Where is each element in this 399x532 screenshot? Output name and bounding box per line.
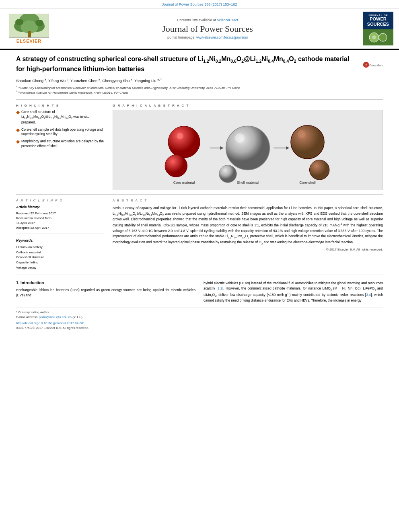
abstract-text: Serious decay of capacity and voltage fo… xyxy=(113,205,383,245)
graphical-abstract-svg: Core material Shell material Core-shell xyxy=(113,110,383,190)
svg-text:Shell material: Shell material xyxy=(237,181,259,185)
svg-point-15 xyxy=(177,133,183,140)
crossmark-badge[interactable]: ✕ CrossMark CrossMark xyxy=(363,55,383,75)
keyword-4: Capacity fading xyxy=(16,260,105,265)
keyword-2: Cathode material xyxy=(16,250,105,255)
doi-link[interactable]: http://dx.doi.org/10.1016/j.jpowsour.201… xyxy=(16,321,85,325)
article-info-label: A R T I C L E I N F O xyxy=(16,199,105,202)
svg-point-16 xyxy=(165,155,187,177)
bullet-1: ◆ xyxy=(16,110,20,115)
homepage-line: journal homepage: www.elsevier.com/locat… xyxy=(56,35,359,39)
svg-point-9 xyxy=(379,33,387,41)
accepted-date: Accepted 22 April 2017 xyxy=(16,226,105,230)
svg-point-20 xyxy=(291,125,324,159)
journal-header: ELSEVIER Contents lists available at Sci… xyxy=(0,8,399,50)
svg-point-14 xyxy=(168,126,200,158)
power-sources-green xyxy=(363,29,393,45)
revised-date: 11 April 2017 xyxy=(16,221,105,226)
footnote-area: * Corresponding author. E-mail address: … xyxy=(16,308,383,330)
intro-heading: 1. Introduction xyxy=(16,281,195,285)
elsevier-tree-svg xyxy=(9,14,49,38)
highlights-col: H I G H L I G H T S ◆ Core-shell structu… xyxy=(16,104,105,190)
history-title: Article history: xyxy=(16,205,105,210)
email-link[interactable]: ynliu@mail.xjtu.edu.cn xyxy=(39,315,72,319)
svg-point-6 xyxy=(15,19,23,25)
keyword-1: Lithium-ion battery xyxy=(16,245,105,250)
issn-line: 0378-7753/© 2017 Elsevier B.V. All right… xyxy=(16,326,383,330)
crossmark-icon: ✕ CrossMark xyxy=(363,56,369,74)
article-info-col: A R T I C L E I N F O Article history: R… xyxy=(16,199,105,270)
main-content: A strategy of constructing spherical cor… xyxy=(0,50,399,334)
highlights-graphical-section: H I G H L I G H T S ◆ Core-shell structu… xyxy=(16,99,383,190)
svg-rect-5 xyxy=(28,31,31,37)
keyword-5: Voltage decay xyxy=(16,265,105,271)
bullet-2: ◆ xyxy=(16,127,20,132)
svg-point-17 xyxy=(226,126,270,170)
article-title: A strategy of constructing spherical cor… xyxy=(16,55,383,74)
intro-left-text: Rechargeable lithium-ion batteries (LIBs… xyxy=(16,288,195,298)
elsevier-logo: ELSEVIER xyxy=(5,14,53,43)
copyright-line: © 2017 Elsevier B.V. All rights reserved… xyxy=(113,248,383,251)
graphical-abstract-label: G R A P H I C A L A B S T R A C T xyxy=(113,104,383,107)
keywords-section: Keywords: Lithium-ion battery Cathode ma… xyxy=(16,238,105,271)
svg-point-21 xyxy=(298,130,306,138)
journal-ref-text: Journal of Power Sources 356 (2017) 153–… xyxy=(162,2,237,6)
svg-text:Core material: Core material xyxy=(173,181,195,185)
received-date: Received 22 February 2017 xyxy=(16,211,105,216)
graphical-abstract-col: G R A P H I C A L A B S T R A C T xyxy=(113,104,383,190)
highlights-label: H I G H L I G H T S xyxy=(16,104,105,107)
bullet-3: ◆ xyxy=(16,139,20,144)
elsevier-tree-graphic xyxy=(9,14,49,38)
title-area: A strategy of constructing spherical cor… xyxy=(16,55,383,74)
ref-1[interactable]: 1,2 xyxy=(218,286,222,290)
sciencedirect-link[interactable]: ScienceDirect xyxy=(217,18,238,22)
svg-text:✕: ✕ xyxy=(365,64,367,66)
corresponding-note: * Corresponding author. xyxy=(16,310,383,314)
intro-right-col: hybrid electric vehicles (HEVs) instead … xyxy=(204,281,383,304)
power-sources-logo: JOURNAL OF POWERSOURCES xyxy=(362,12,394,45)
doi-line: http://dx.doi.org/10.1016/j.jpowsour.201… xyxy=(16,321,383,325)
intro-right-text: hybrid electric vehicles (HEVs) instead … xyxy=(204,281,383,304)
contents-line: Contents lists available at ScienceDirec… xyxy=(56,18,359,22)
abstract-col: A B S T R A C T Serious decay of capacit… xyxy=(113,199,383,270)
article-history: Article history: Received 22 February 20… xyxy=(16,205,105,234)
affiliations: a ᵃ State Key Laboratory for Mechanical … xyxy=(16,85,383,95)
ps-icon xyxy=(366,30,390,45)
intro-left-col: 1. Introduction Rechargeable lithium-ion… xyxy=(16,281,195,304)
graphical-abstract-image: Core material Shell material Core-shell xyxy=(113,110,383,190)
svg-point-18 xyxy=(235,134,245,143)
ref-2[interactable]: 3,4 xyxy=(366,293,371,297)
elsevier-brand-text: ELSEVIER xyxy=(16,39,41,43)
revised-label: Received in revised form xyxy=(16,216,105,221)
highlight-item-1: ◆ Core-shell structure of Li1.2Ni0.2Mn0.… xyxy=(16,110,105,125)
journal-title: Journal of Power Sources xyxy=(56,24,359,34)
journal-reference: Journal of Power Sources 356 (2017) 153–… xyxy=(0,0,399,8)
article-info-abstract-section: A R T I C L E I N F O Article history: R… xyxy=(16,194,383,270)
abstract-label: A B S T R A C T xyxy=(113,199,383,202)
power-sources-badge: JOURNAL OF POWERSOURCES xyxy=(363,12,393,29)
svg-text:Core-shell: Core-shell xyxy=(299,181,316,185)
svg-point-19 xyxy=(219,165,237,183)
svg-point-7 xyxy=(35,20,43,26)
authors-line: Shaokun Chong a, Yifang Wu b, Yuanzhen C… xyxy=(16,78,383,83)
keywords-title: Keywords: xyxy=(16,238,105,244)
highlight-item-2: ◆ Core-shell sample exhibits high operat… xyxy=(16,127,105,137)
introduction-section: 1. Introduction Rechargeable lithium-ion… xyxy=(16,275,383,304)
highlight-item-3: ◆ Morphology and structure evolution are… xyxy=(16,139,105,149)
email-line: E-mail address: ynliu@mail.xjtu.edu.cn (… xyxy=(16,315,383,319)
homepage-link[interactable]: www.elsevier.com/locate/jpowsour xyxy=(196,35,248,39)
svg-point-22 xyxy=(309,160,329,180)
keyword-3: Core-shell structure xyxy=(16,255,105,260)
journal-center: Contents lists available at ScienceDirec… xyxy=(56,18,359,39)
